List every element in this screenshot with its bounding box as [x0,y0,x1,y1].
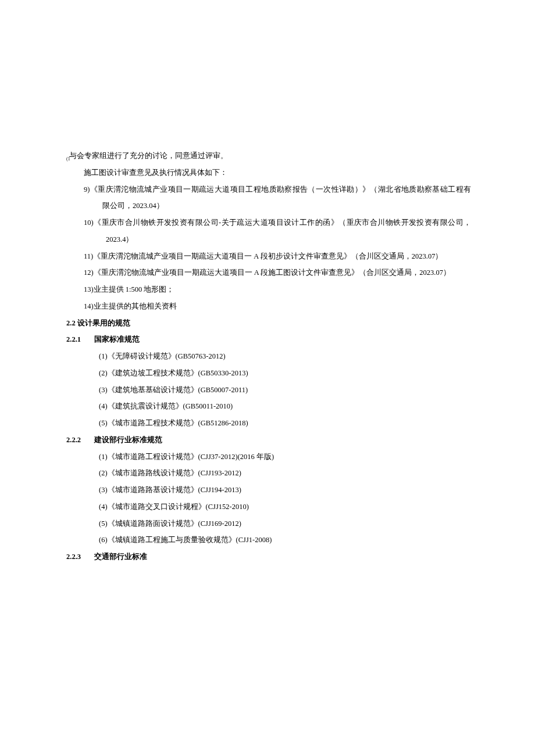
document-page: (1与会专家组进行了充分的讨论，同意通过评审。 施工图设计审查意见及执行情况具体… [0,0,535,756]
std-222-4: (4)《城市道路交叉口设计规程》(CJJ152-2010) [66,499,471,515]
std-221-3: (3)《建筑地基基础设计规范》(GB50007-2011) [66,382,471,399]
intro-text: 与会专家组进行了充分的讨论，同意通过评审。 [69,152,228,160]
std-221-2: (2)《建筑边坡工程技术规范》(GB50330-2013) [66,365,471,382]
item-10-line2: 2023.4） [84,231,471,248]
heading-2-2-3: 2.2.3交通部行业标准 [66,549,471,565]
std-221-5: (5)《城市道路工程技术规范》(GB51286-2018) [66,415,471,432]
std-222-6: (6)《城镇道路工程施工与质量验收规范》(CJJ1-2008) [66,532,471,549]
item-9-line1: 9)《重庆渭沱物流城产业项目一期疏运大道项目工程地质勘察报告（一次性详勘）》（湖… [84,181,471,198]
std-221-1: (1)《无障碍设计规范》(GB50763-2012) [66,348,471,365]
heading-num: 2.2.1 [66,331,94,348]
heading-2-2-1: 2.2.1国家标准规范 [66,331,471,348]
numbered-item-11: 11)《重庆渭沱物流城产业项目一期疏运大道项目一 A 段初步设计文件审查意见》（… [66,248,471,265]
heading-title: 交通部行业标准 [94,553,147,561]
heading-title: 国家标准规范 [94,335,140,343]
heading-num: 2.2.2 [66,432,94,449]
numbered-item-14: 14)业主提供的其他相关资料 [66,298,471,315]
std-222-5: (5)《城镇道路路面设计规范》(CJJ169-2012) [66,515,471,532]
intro-paragraph: (1与会专家组进行了充分的讨论，同意通过评审。 [66,148,471,164]
exec-intro-line: 施工图设计审查意见及执行情况具体如下： [66,164,471,181]
item-10-line1: 10)《重庆市合川物铁开发投资有限公司-关于疏运大道项目设计工作的函》（重庆市合… [84,214,471,231]
std-222-2: (2)《城市道路路线设计规范》(CJJ193-2012) [66,465,471,482]
item-9-line2: 限公司，2023.04） [84,198,471,214]
heading-num: 2.2.3 [66,549,94,565]
heading-2-2-2: 2.2.2建设部行业标准规范 [66,432,471,449]
numbered-item-10: 10)《重庆市合川物铁开发投资有限公司-关于疏运大道项目设计工作的函》（重庆市合… [66,214,471,248]
numbered-item-13: 13)业主提供 1:500 地形图； [66,281,471,298]
numbered-item-12: 12)《重庆渭沱物流城产业项目一期疏运大道项目一 A 段施工图设计文件审查意见》… [66,264,471,281]
heading-2-2: 2.2 设计果用的规范 [66,315,471,332]
std-222-3: (3)《城市道路路基设计规范》(CJJ194-2013) [66,482,471,499]
std-221-4: (4)《建筑抗震设计规范》(GB50011-2010) [66,398,471,415]
std-222-1: (1)《城市道路工程设计规范》(CJJ37-2012)(2016 年版) [66,449,471,465]
heading-title: 建设部行业标准规范 [94,436,162,444]
numbered-item-9: 9)《重庆渭沱物流城产业项目一期疏运大道项目工程地质勘察报告（一次性详勘）》（湖… [66,181,471,215]
